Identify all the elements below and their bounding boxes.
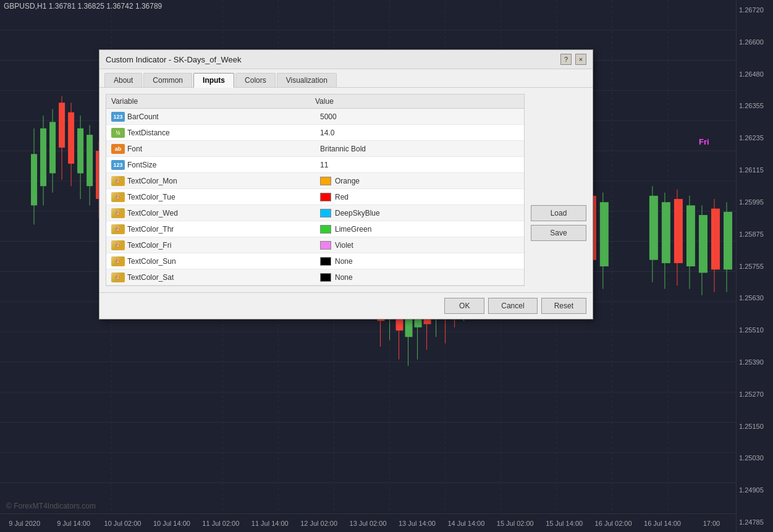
row-variable: 🎨 TextColor_Mon bbox=[106, 174, 315, 188]
color-swatch bbox=[320, 225, 331, 234]
table-row[interactable]: 🎨 TextColor_Mon Orange bbox=[106, 173, 524, 189]
type-icon-half: ½ bbox=[111, 128, 125, 138]
time-label: 17:00 bbox=[687, 520, 736, 527]
price-label: 1.25510 bbox=[739, 326, 771, 334]
row-value: DeepSkyBlue bbox=[315, 207, 524, 219]
watermark: © ForexMT4Indicators.com bbox=[6, 502, 96, 510]
col-value-header: Value bbox=[315, 97, 519, 106]
table-row[interactable]: ½ TextDistance 14.0 bbox=[106, 125, 524, 141]
row-variable: 🎨 TextColor_Sun bbox=[106, 255, 315, 268]
side-buttons: Load Save bbox=[531, 94, 586, 286]
svg-rect-39 bbox=[87, 135, 93, 186]
variable-name: TextColor_Mon bbox=[127, 177, 177, 185]
type-icon-color: 🎨 bbox=[111, 272, 125, 282]
table-row[interactable]: 🎨 TextColor_Sun None bbox=[106, 253, 524, 269]
price-axis: 1.26720 1.26600 1.26480 1.26355 1.26235 … bbox=[736, 0, 773, 532]
value-text: DeepSkyBlue bbox=[335, 209, 380, 217]
value-text: Britannic Bold bbox=[320, 145, 366, 153]
dialog: Custom Indicator - SK-Days_of_Week ? × A… bbox=[99, 49, 593, 319]
svg-rect-125 bbox=[662, 202, 670, 263]
price-info: 1.36781 1.36825 1.36742 1.36789 bbox=[49, 2, 163, 11]
variable-name: FontSize bbox=[127, 161, 156, 169]
time-label: 9 Jul 2020 bbox=[0, 520, 49, 527]
save-button[interactable]: Save bbox=[531, 225, 586, 241]
row-variable: ½ TextDistance bbox=[106, 126, 315, 140]
type-icon-123: 123 bbox=[111, 160, 125, 170]
tab-colors[interactable]: Colors bbox=[235, 73, 276, 87]
time-label: 14 Jul 14:00 bbox=[442, 520, 491, 527]
variable-name: TextDistance bbox=[127, 129, 170, 137]
row-value: Violet bbox=[315, 239, 524, 251]
tab-inputs[interactable]: Inputs bbox=[193, 73, 234, 88]
type-icon-color: 🎨 bbox=[111, 224, 125, 234]
table-row[interactable]: 🎨 TextColor_Thr LimeGreen bbox=[106, 221, 524, 237]
row-variable: 🎨 TextColor_Thr bbox=[106, 222, 315, 236]
variable-name: Font bbox=[127, 145, 142, 153]
dialog-footer: OK Cancel Reset bbox=[99, 292, 593, 319]
cancel-button[interactable]: Cancel bbox=[488, 298, 537, 314]
variable-name: TextColor_Wed bbox=[127, 209, 178, 217]
value-text: None bbox=[335, 273, 353, 282]
time-label: 15 Jul 02:00 bbox=[491, 520, 539, 527]
price-label: 1.25755 bbox=[739, 263, 771, 270]
close-button[interactable]: × bbox=[575, 54, 586, 65]
type-icon-color: 🎨 bbox=[111, 208, 125, 218]
price-label: 1.25630 bbox=[739, 294, 771, 302]
dialog-body: Variable Value 123 BarCount 5000 ½ TextD… bbox=[99, 88, 593, 292]
table-row[interactable]: ab Font Britannic Bold bbox=[106, 141, 524, 157]
svg-rect-31 bbox=[49, 122, 56, 173]
row-variable: 123 FontSize bbox=[106, 158, 315, 172]
tab-common[interactable]: Common bbox=[143, 73, 192, 87]
reset-button[interactable]: Reset bbox=[541, 298, 586, 314]
svg-rect-29 bbox=[40, 129, 46, 186]
table-row[interactable]: 123 BarCount 5000 bbox=[106, 109, 524, 125]
row-variable: 🎨 TextColor_Sat bbox=[106, 271, 315, 284]
load-button[interactable]: Load bbox=[531, 205, 586, 221]
value-text: 14.0 bbox=[320, 129, 334, 137]
color-swatch bbox=[320, 193, 331, 201]
help-button[interactable]: ? bbox=[560, 54, 572, 65]
price-label: 1.25390 bbox=[739, 358, 771, 366]
time-label: 13 Jul 14:00 bbox=[392, 520, 441, 527]
price-label: 1.24905 bbox=[739, 486, 771, 494]
time-label: 16 Jul 02:00 bbox=[589, 520, 638, 527]
row-variable: 123 BarCount bbox=[106, 110, 315, 124]
variable-name: TextColor_Fri bbox=[127, 241, 171, 250]
table-row[interactable]: 🎨 TextColor_Sat None bbox=[106, 269, 524, 285]
time-label: 11 Jul 14:00 bbox=[245, 520, 294, 527]
type-icon-ab: ab bbox=[111, 144, 125, 154]
price-label: 1.25270 bbox=[739, 391, 771, 398]
variable-name: BarCount bbox=[127, 112, 159, 121]
svg-rect-129 bbox=[686, 205, 695, 266]
tab-about[interactable]: About bbox=[104, 73, 142, 87]
variable-name: TextColor_Thr bbox=[127, 225, 174, 234]
table-header: Variable Value bbox=[106, 95, 524, 109]
inputs-table: Variable Value 123 BarCount 5000 ½ TextD… bbox=[106, 94, 525, 286]
value-text: 11 bbox=[320, 161, 328, 169]
table-row[interactable]: 🎨 TextColor_Tue Red bbox=[106, 189, 524, 205]
table-row[interactable]: 🎨 TextColor_Wed DeepSkyBlue bbox=[106, 205, 524, 221]
price-label: 1.26600 bbox=[739, 38, 771, 46]
tab-visualization[interactable]: Visualization bbox=[277, 73, 337, 87]
symbol-info: GBPUSD,H1 bbox=[4, 2, 46, 11]
table-row[interactable]: 123 FontSize 11 bbox=[106, 157, 524, 173]
dialog-titlebar[interactable]: Custom Indicator - SK-Days_of_Week ? × bbox=[99, 50, 593, 69]
table-row[interactable]: 🎨 TextColor_Fri Violet bbox=[106, 237, 524, 253]
price-label: 1.26720 bbox=[739, 6, 771, 14]
svg-text:Fri: Fri bbox=[699, 137, 709, 146]
value-text: 5000 bbox=[320, 112, 337, 121]
variable-name: TextColor_Sat bbox=[127, 273, 174, 282]
svg-rect-33 bbox=[59, 103, 65, 148]
dialog-controls: ? × bbox=[560, 54, 586, 65]
row-value: LimeGreen bbox=[315, 223, 524, 235]
ok-button[interactable]: OK bbox=[444, 298, 484, 314]
type-icon-123: 123 bbox=[111, 112, 125, 122]
value-text: None bbox=[335, 257, 353, 266]
variable-name: TextColor_Sun bbox=[127, 257, 176, 266]
col-variable-header: Variable bbox=[111, 97, 315, 106]
time-axis: 9 Jul 2020 9 Jul 14:00 10 Jul 02:00 10 J… bbox=[0, 513, 736, 532]
color-swatch bbox=[320, 273, 331, 282]
time-label: 12 Jul 02:00 bbox=[294, 520, 343, 527]
type-icon-color: 🎨 bbox=[111, 256, 125, 266]
color-swatch bbox=[320, 209, 331, 217]
